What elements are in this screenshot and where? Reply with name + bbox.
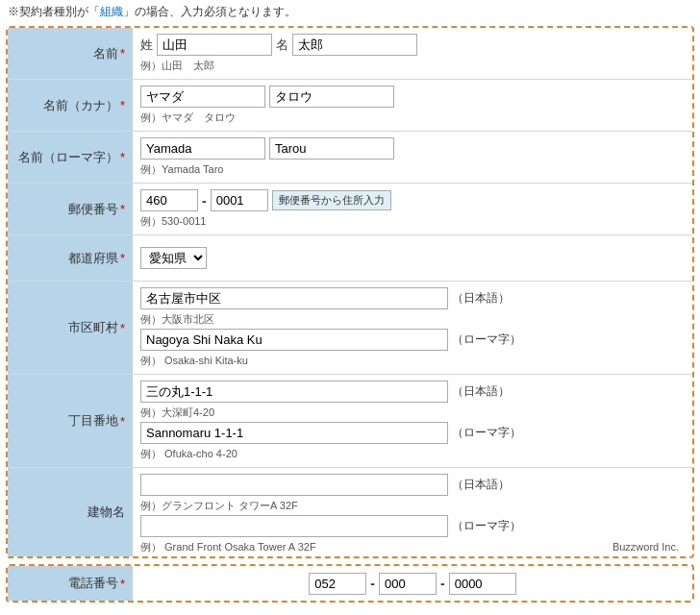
name-kana-example: 例）ヤマダ タロウ [140, 111, 685, 125]
prefecture-content: 愛知県 北海道 大阪府 東京都 [133, 235, 692, 281]
name-row: 名前* 姓 名 例）山田 太郎 [8, 28, 692, 80]
name-kana-input-line [140, 86, 685, 108]
address-roman-label: （ローマ字） [452, 425, 521, 441]
required-star-kana: * [120, 98, 125, 112]
phone-row: 電話番号* - - [6, 564, 694, 603]
building-jp-line: （日本語） [140, 474, 685, 496]
name-roman-example: 例）Yamada Taro [140, 162, 685, 177]
address-label: 丁目番地* [8, 375, 133, 467]
given-kana-input[interactable] [269, 86, 394, 108]
surname-input[interactable] [157, 34, 272, 56]
address-roman-line: （ローマ字） [140, 422, 685, 444]
building-roman-line: （ローマ字） [140, 515, 685, 537]
building-roman-example: 例） Grand Front Osaka Tower A 32F [140, 540, 316, 554]
name-roman-input-line [140, 137, 685, 160]
buzzword-text: Buzzword Inc. [607, 539, 685, 554]
notice-link[interactable]: 組織 [100, 5, 123, 18]
building-jp-input[interactable] [140, 474, 448, 496]
notice-prefix: ※契約者種別が「 [8, 5, 100, 18]
phone-hyphen2: - [440, 576, 445, 591]
phone-hyphen1: - [370, 576, 375, 591]
building-label: 建物名 [8, 468, 133, 556]
postal-part2-input[interactable] [211, 189, 268, 211]
address-jp-label: （日本語） [452, 383, 510, 400]
phone-content: - - [133, 566, 692, 601]
address-jp-line: （日本語） [140, 381, 685, 403]
given-roman-input[interactable] [269, 137, 394, 160]
phone-label: 電話番号* [8, 566, 133, 601]
required-star-pref: * [120, 251, 125, 265]
required-star-phone: * [120, 577, 125, 591]
required-star-postal: * [120, 202, 125, 216]
postal-lookup-button[interactable]: 郵便番号から住所入力 [272, 190, 391, 210]
prefecture-label: 都道府県* [8, 235, 133, 281]
address-jp-input[interactable] [140, 381, 448, 403]
name-roman-label: 名前（ローマ字）* [8, 132, 133, 183]
phone-part2-input[interactable] [379, 573, 437, 595]
city-roman-label: （ローマ字） [452, 332, 521, 348]
required-star: * [120, 46, 125, 61]
name-roman-content: 例）Yamada Taro [133, 132, 692, 183]
name-roman-row: 名前（ローマ字）* 例）Yamada Taro [8, 132, 692, 184]
surname-roman-input[interactable] [140, 137, 265, 160]
address-row: 丁目番地* （日本語） 例）大深町4-20 （ローマ字） 例） Ofuka-ch… [8, 375, 692, 468]
postal-example: 例）530-0011 [140, 214, 685, 229]
notice-text: ※契約者種別が「組織」の場合、入力必須となります。 [0, 0, 700, 26]
postal-row: 郵便番号* - 郵便番号から住所入力 例）530-0011 [8, 184, 692, 235]
surname-prefix: 姓 [140, 37, 153, 54]
address-content: （日本語） 例）大深町4-20 （ローマ字） 例） Ofuka-cho 4-20 [133, 375, 692, 467]
postal-label: 郵便番号* [8, 184, 133, 234]
city-roman-line: （ローマ字） [140, 329, 685, 351]
name-content: 姓 名 例）山田 太郎 [133, 28, 692, 79]
city-jp-line: （日本語） [140, 287, 685, 309]
city-roman-input[interactable] [140, 329, 448, 351]
postal-part1-input[interactable] [140, 189, 198, 211]
city-jp-label: （日本語） [452, 290, 510, 307]
notice-suffix: 」の場合、入力必須となります。 [123, 5, 296, 18]
city-label: 市区町村* [8, 282, 133, 374]
building-roman-label: （ローマ字） [452, 518, 521, 534]
postal-input-line: - 郵便番号から住所入力 [140, 189, 685, 211]
postal-content: - 郵便番号から住所入力 例）530-0011 [133, 184, 692, 234]
required-star-city: * [120, 321, 125, 335]
name-input-line: 姓 名 [140, 34, 685, 56]
building-jp-label: （日本語） [452, 477, 510, 493]
phone-part1-input[interactable] [309, 573, 366, 595]
postal-hyphen: - [202, 193, 207, 209]
surname-kana-input[interactable] [140, 86, 265, 108]
name-kana-row: 名前（カナ）* 例）ヤマダ タロウ [8, 80, 692, 132]
address-roman-example: 例） Ofuka-cho 4-20 [140, 447, 685, 461]
required-star-roman: * [120, 150, 125, 164]
required-star-addr: * [120, 414, 125, 429]
city-content: （日本語） 例）大阪市北区 （ローマ字） 例） Osaka-shi Kita-k… [133, 282, 692, 374]
city-row: 市区町村* （日本語） 例）大阪市北区 （ローマ字） 例） Osaka-shi … [8, 282, 692, 375]
phone-part3-input[interactable] [449, 573, 516, 595]
name-example: 例）山田 太郎 [140, 59, 685, 73]
prefecture-input-line: 愛知県 北海道 大阪府 東京都 [140, 247, 685, 269]
building-jp-example: 例）グランフロント タワーA 32F [140, 499, 685, 513]
phone-input-line: - - [309, 573, 515, 595]
building-row: 建物名 （日本語） 例）グランフロント タワーA 32F （ローマ字） 例） G… [8, 468, 692, 556]
city-jp-input[interactable] [140, 287, 448, 309]
prefecture-row: 都道府県* 愛知県 北海道 大阪府 東京都 [8, 235, 692, 282]
name-kana-label: 名前（カナ）* [8, 80, 133, 131]
name-label: 名前* [8, 28, 133, 79]
given-input[interactable] [292, 34, 417, 56]
address-jp-example: 例）大深町4-20 [140, 406, 685, 420]
city-jp-example: 例）大阪市北区 [140, 312, 685, 327]
name-kana-content: 例）ヤマダ タロウ [133, 80, 692, 131]
main-form: 名前* 姓 名 例）山田 太郎 名前（カナ）* 例）ヤマダ タロウ 名前 [6, 26, 694, 558]
given-prefix: 名 [276, 37, 288, 54]
address-roman-input[interactable] [140, 422, 448, 444]
prefecture-select[interactable]: 愛知県 北海道 大阪府 東京都 [140, 247, 207, 269]
building-content: （日本語） 例）グランフロント タワーA 32F （ローマ字） 例） Grand… [133, 468, 692, 556]
building-roman-input[interactable] [140, 515, 448, 537]
city-roman-example: 例） Osaka-shi Kita-ku [140, 354, 685, 368]
